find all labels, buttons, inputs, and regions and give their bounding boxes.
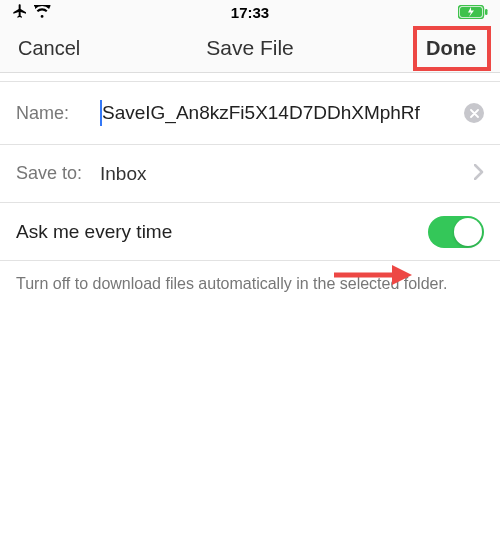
toggle-label: Ask me every time [16, 221, 428, 243]
svg-marker-4 [392, 265, 412, 285]
saveto-value: Inbox [100, 163, 474, 185]
airplane-icon [12, 3, 28, 22]
toggle-knob [454, 218, 482, 246]
clear-button[interactable] [464, 103, 484, 123]
ask-toggle[interactable] [428, 216, 484, 248]
cancel-button[interactable]: Cancel [18, 37, 80, 60]
saveto-row[interactable]: Save to: Inbox [0, 145, 500, 203]
battery-icon [458, 5, 488, 19]
toggle-row: Ask me every time [0, 203, 500, 261]
status-bar: 17:33 [0, 0, 500, 24]
name-row: Name: SaveIG_An8kzFi5X14D7DDhXMphRf [0, 81, 500, 145]
name-label: Name: [16, 103, 100, 124]
footer-text: Turn off to download files automatically… [0, 261, 500, 307]
page-title: Save File [206, 36, 294, 60]
arrow-annotation [334, 264, 412, 286]
chevron-right-icon [474, 164, 484, 184]
name-input[interactable]: SaveIG_An8kzFi5X14D7DDhXMphRf [102, 102, 458, 124]
nav-bar: Cancel Save File Done [0, 24, 500, 73]
status-time: 17:33 [231, 4, 269, 21]
wifi-icon [34, 4, 51, 21]
done-button[interactable]: Done [420, 33, 482, 64]
saveto-label: Save to: [16, 163, 100, 184]
svg-rect-2 [485, 9, 488, 15]
